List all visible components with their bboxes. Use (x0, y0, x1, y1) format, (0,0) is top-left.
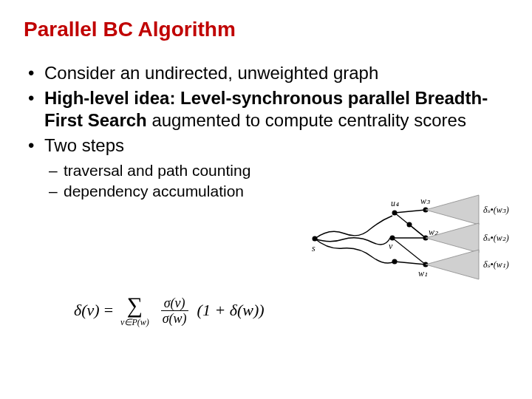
sub-bullet-text: dependency accumulation (64, 183, 244, 200)
wavy-edge (315, 216, 392, 239)
slide-title: Parallel BC Algorithm (24, 18, 508, 41)
node-label-u4: u₄ (391, 198, 399, 208)
slide: Parallel BC Algorithm Consider an undire… (0, 0, 532, 399)
wavy-edge (315, 239, 395, 263)
node-lower (392, 259, 398, 265)
delta-label: δₛ•(w₃) (483, 205, 509, 215)
edge (395, 210, 426, 213)
bullet-bold-prefix: High-level idea: (44, 88, 175, 108)
sub-bullet-text: traversal and path counting (64, 162, 250, 179)
delta-label: δₛ•(w₂) (483, 233, 509, 243)
bullet-list: Consider an undirected, unweighted graph… (24, 62, 508, 202)
subtree-shape (426, 250, 479, 279)
graph-diagram: s u₄ v w₃ w₂ w₁ (307, 191, 514, 287)
formula-fraction: σ(v) σ(w) (160, 296, 190, 326)
formula-sum-sub: v∈P(w) (120, 318, 149, 327)
edge (409, 225, 426, 238)
node-label-w3: w₃ (420, 196, 431, 206)
bullet-text: Consider an undirected, unweighted graph (44, 63, 378, 83)
slide-content: Consider an undirected, unweighted graph… (24, 62, 508, 202)
bullet-text: augmented to compute centrality scores (151, 110, 466, 130)
delta-label: δₛ•(w₁) (483, 259, 509, 270)
bullet-item: High-level idea: Level-synchronous paral… (24, 87, 508, 132)
subtree-shape (426, 195, 479, 225)
sigma-symbol: ∑ (127, 294, 143, 316)
diagram-svg: s u₄ v w₃ w₂ w₁ (307, 191, 514, 287)
node-label-s: s (312, 243, 316, 253)
bullet-item: Consider an undirected, unweighted graph (24, 62, 508, 84)
formula-lhs: δ(v) (74, 301, 100, 320)
node-label-v: v (389, 241, 393, 251)
wavy-edge (315, 238, 390, 245)
node-s (313, 236, 318, 242)
sub-bullet-item: traversal and path counting (44, 161, 508, 180)
formula-frac-num: σ(v) (161, 296, 188, 311)
formula-rhs: (1 + δ(w)) (197, 301, 265, 320)
formula-eq: = (104, 301, 113, 320)
node-label-w1: w₁ (418, 268, 428, 279)
dependency-formula: δ(v) = ∑ v∈P(w) σ(v) σ(w) (1 + δ(w)) (74, 294, 265, 327)
bullet-text: Two steps (44, 135, 124, 155)
formula-sum: ∑ v∈P(w) (120, 294, 149, 327)
edge (392, 238, 426, 265)
edge (395, 262, 426, 265)
formula-frac-den: σ(w) (160, 311, 190, 326)
